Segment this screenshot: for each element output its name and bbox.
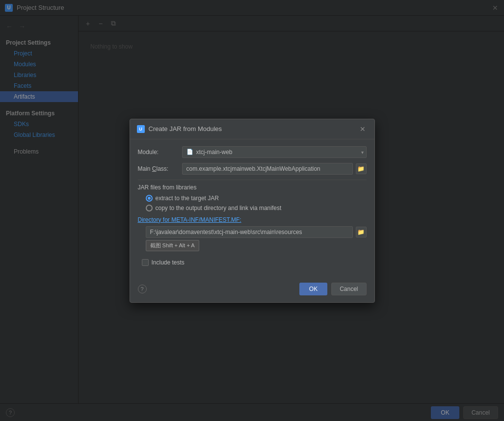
dialog-buttons: OK Cancel [299, 283, 367, 295]
main-class-input[interactable] [182, 163, 353, 175]
radio-extract[interactable]: extract to the target JAR [146, 195, 367, 202]
module-file-icon: 📄 [186, 149, 193, 155]
dialog-help-button[interactable]: ? [138, 285, 147, 293]
dialog-body: Module: 📄 xtcj-main-web ▾ Main Class: [130, 139, 374, 279]
module-chevron-icon: ▾ [361, 149, 364, 155]
radio-copy[interactable]: copy to the output directory and link vi… [146, 205, 367, 211]
include-tests-row: Include tests [142, 259, 367, 266]
main-class-row: Main Class: 📁 [138, 163, 367, 175]
dialog-overlay: U Create JAR from Modules ✕ Module: 📄 xt… [0, 0, 504, 421]
manifest-label: Directory for META-INF/MANIFEST.MF: [138, 216, 367, 223]
module-label: Module: [138, 149, 182, 156]
module-select-wrapper: 📄 xtcj-main-web ▾ [182, 146, 367, 158]
dialog-title: Create JAR from Modules [149, 125, 358, 132]
dialog-ok-button[interactable]: OK [299, 283, 327, 295]
dialog-icon: U [137, 125, 145, 133]
main-window: U Project Structure ✕ ← → Project Settin… [0, 0, 504, 421]
main-class-input-wrapper: 📁 [182, 163, 367, 175]
radio-extract-circle [146, 195, 153, 202]
directory-row: 📁 [146, 226, 367, 238]
module-select[interactable]: 📄 xtcj-main-web [182, 146, 367, 158]
dialog-footer: ? OK Cancel [130, 279, 374, 302]
module-value: xtcj-main-web [196, 149, 233, 156]
radio-extract-label: extract to the target JAR [156, 195, 219, 202]
manifest-section: Directory for META-INF/MANIFEST.MF: 📁 截图… [138, 216, 367, 254]
main-class-folder-button[interactable]: 📁 [356, 163, 367, 174]
include-tests-label: Include tests [152, 259, 185, 266]
jar-section-label: JAR files from libraries [138, 184, 367, 191]
divider-1 [138, 180, 367, 180]
radio-copy-label: copy to the output directory and link vi… [156, 205, 282, 211]
radio-copy-circle [146, 205, 153, 211]
dialog-close-button[interactable]: ✕ [358, 124, 368, 134]
manifest-folder-button[interactable]: 📁 [356, 227, 367, 237]
dialog-cancel-button[interactable]: Cancel [331, 283, 366, 295]
create-jar-dialog: U Create JAR from Modules ✕ Module: 📄 xt… [130, 119, 375, 303]
radio-group: extract to the target JAR copy to the ou… [146, 195, 367, 211]
manifest-directory-input[interactable] [146, 226, 353, 238]
include-tests-checkbox[interactable] [142, 259, 149, 266]
tooltip: 截图 Shift + Alt + A [146, 240, 199, 251]
main-class-label: Main Class: [138, 165, 182, 172]
module-row: Module: 📄 xtcj-main-web ▾ [138, 146, 367, 158]
dialog-title-bar: U Create JAR from Modules ✕ [130, 119, 374, 139]
